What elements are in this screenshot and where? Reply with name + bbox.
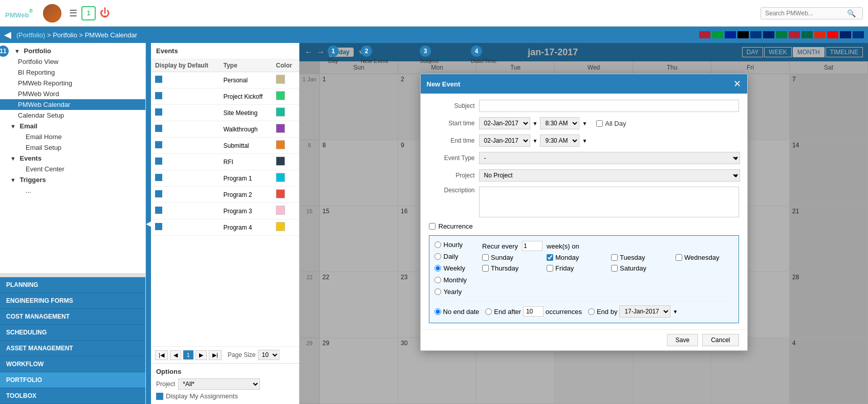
- first-page-btn[interactable]: |◀: [155, 350, 168, 360]
- sidebar-btn-scheduling[interactable]: SCHEDULING: [0, 325, 145, 341]
- chk-sunday[interactable]: [482, 254, 489, 261]
- page-1-btn[interactable]: 1: [183, 350, 193, 360]
- sidebar-item-event-center[interactable]: Event Center: [0, 164, 145, 174]
- check-prog1[interactable]: [155, 174, 162, 181]
- description-textarea[interactable]: [479, 187, 739, 217]
- sidebar-item-portfolio-label: Portfolio: [24, 47, 51, 55]
- end-radio-noend[interactable]: [435, 308, 441, 315]
- chk-friday[interactable]: [547, 265, 553, 272]
- sidebar-item-bi-reporting[interactable]: BI Reporting: [0, 67, 145, 78]
- sidebar-btn-workflow[interactable]: WORKFLOW: [0, 356, 145, 372]
- sidebar-item-pmweb-reporting[interactable]: PMWeb Reporting: [0, 78, 145, 88]
- end-date-select[interactable]: 02-Jan-2017: [479, 134, 530, 147]
- event-type-select[interactable]: -: [479, 152, 740, 164]
- recurrence-checkbox[interactable]: [429, 223, 436, 230]
- pagination: |◀ ◀ 1 ▶ ▶| Page Size 10 20 50: [151, 346, 299, 363]
- save-button[interactable]: Save: [667, 334, 698, 346]
- page-size-select[interactable]: 10 20 50: [258, 350, 279, 360]
- col-color: Color: [272, 59, 299, 72]
- modal-close-btn[interactable]: ✕: [733, 78, 741, 89]
- display-assignments-check[interactable]: [156, 393, 163, 400]
- sidebar-item-email-setup[interactable]: Email Setup: [0, 142, 145, 153]
- logo: PMWeb®: [5, 6, 33, 20]
- chk-saturday[interactable]: [611, 265, 618, 272]
- sidebar-btn-planning[interactable]: PLANNING: [0, 277, 145, 293]
- calendar-area: ← → today ▼ jan-17-2017 DAY WEEK MONTH T…: [299, 43, 868, 404]
- check-prog3[interactable]: [155, 207, 162, 214]
- shield-icon[interactable]: 1: [81, 6, 96, 20]
- end-time-select[interactable]: 9:30 AM: [540, 134, 579, 147]
- chk-thursday[interactable]: [482, 265, 489, 272]
- check-rfi[interactable]: [155, 158, 162, 165]
- sidebar-item-triggers[interactable]: ▼ Triggers: [0, 174, 145, 185]
- badge-2: 2: [361, 46, 372, 57]
- start-date-select[interactable]: 02-Jan-2017: [479, 117, 530, 129]
- sidebar-btn-portfolio[interactable]: PORTFOLIO: [0, 372, 145, 388]
- end-radio-after[interactable]: [485, 308, 492, 315]
- sidebar-btn-toolbox[interactable]: TOOLBOX: [0, 388, 145, 404]
- check-prog2[interactable]: [155, 190, 162, 197]
- table-row: Program 4: [151, 219, 299, 236]
- avatar[interactable]: [43, 4, 61, 23]
- recur-every-input[interactable]: [522, 241, 542, 251]
- check-site[interactable]: [155, 108, 162, 116]
- end-after-input[interactable]: [523, 306, 544, 317]
- menu-icon[interactable]: ☰: [69, 8, 77, 19]
- allday-check-row: All Day: [596, 120, 626, 127]
- end-by-dropdown-icon: ▼: [672, 309, 678, 315]
- recur-radio-daily[interactable]: [435, 253, 441, 260]
- check-personal[interactable]: [155, 76, 162, 83]
- chk-tuesday[interactable]: [611, 254, 618, 261]
- cancel-button[interactable]: Cancel: [702, 334, 739, 346]
- end-by-select[interactable]: 17-Jan-2017: [619, 305, 670, 318]
- recur-radio-yearly[interactable]: [435, 288, 441, 295]
- flag-gb: [763, 31, 774, 38]
- sidebar-collapse[interactable]: ◀: [146, 43, 151, 404]
- chk-monday[interactable]: [547, 254, 553, 261]
- recurrence-row: Recurrence: [429, 222, 739, 230]
- check-prog4[interactable]: [155, 223, 162, 230]
- sidebar-btn-cost[interactable]: COST MANAGEMENT: [0, 309, 145, 325]
- start-time-select[interactable]: 8:30 AM: [540, 117, 579, 129]
- badge-4-container: 4 Date/Time: [471, 46, 496, 64]
- recur-radio-weekly[interactable]: [435, 265, 441, 272]
- end-dropdown-icon: ▼: [533, 138, 538, 144]
- sidebar-item-email-home[interactable]: Email Home: [0, 131, 145, 142]
- subject-input[interactable]: [479, 100, 739, 112]
- sidebar-item-email[interactable]: ▼ Email: [0, 121, 145, 131]
- check-walkthrough[interactable]: [155, 125, 162, 132]
- breadcrumb-link[interactable]: (Portfolio): [16, 31, 45, 39]
- events-panel-title: Events: [151, 43, 299, 59]
- color-prog3: [276, 206, 285, 215]
- nav-toggle[interactable]: ◀: [4, 29, 11, 40]
- check-submittal[interactable]: [155, 141, 162, 148]
- project-select[interactable]: No Project: [479, 169, 740, 182]
- sidebar-item-trigger-sub[interactable]: ...: [0, 185, 145, 196]
- color-site: [276, 107, 285, 117]
- recur-radio-monthly[interactable]: [435, 277, 441, 283]
- sidebar-item-pmweb-word[interactable]: PMWeb Word: [0, 88, 145, 99]
- sidebar-btn-engineering[interactable]: ENGINEERING FORMS: [0, 293, 145, 309]
- description-row: Description: [429, 187, 739, 217]
- check-kickoff[interactable]: [155, 92, 162, 99]
- allday-checkbox[interactable]: [596, 120, 603, 127]
- power-icon[interactable]: ⏻: [100, 7, 110, 19]
- flag-cn: [814, 31, 826, 38]
- end-radio-by[interactable]: [588, 308, 595, 315]
- last-page-btn[interactable]: ▶|: [209, 350, 222, 360]
- search-input[interactable]: [765, 10, 847, 17]
- chk-wednesday[interactable]: [676, 254, 682, 261]
- scrollbar-h[interactable]: [0, 273, 145, 277]
- project-filter-select[interactable]: *All*: [178, 378, 260, 390]
- modal-overlay: New Event ✕ Subject Start time 02-Ja: [299, 43, 868, 404]
- sidebar-item-calendar-setup[interactable]: Calendar Setup: [0, 110, 145, 121]
- sidebar-item-portfolio-view[interactable]: Portfolio View: [0, 56, 145, 67]
- color-prog4: [276, 222, 285, 231]
- prev-page-btn[interactable]: ◀: [170, 350, 181, 360]
- sidebar-item-pmweb-calendar[interactable]: PMWeb Calendar: [0, 99, 145, 110]
- recur-radio-hourly[interactable]: [435, 241, 441, 248]
- sidebar-btn-asset[interactable]: ASSET MANAGEMENT: [0, 341, 145, 356]
- sidebar-item-events[interactable]: ▼ Events: [0, 153, 145, 164]
- flag-us2: [789, 31, 800, 38]
- next-page-btn[interactable]: ▶: [196, 350, 207, 360]
